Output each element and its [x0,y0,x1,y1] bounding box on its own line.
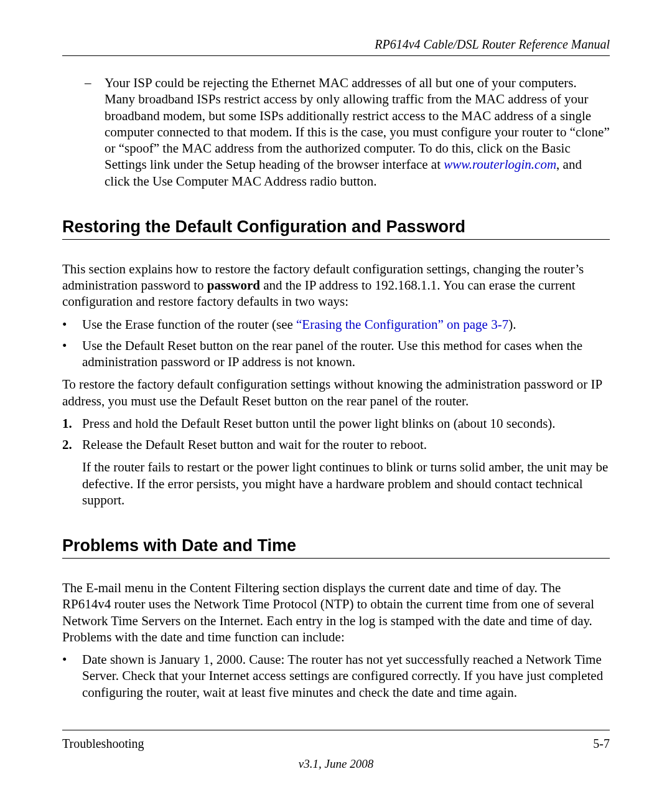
step-item: 1. Press and hold the Default Reset butt… [62,415,610,432]
step-number: 1. [62,415,82,432]
dash-list: – Your ISP could be rejecting the Ethern… [62,75,610,189]
numbered-steps: 1. Press and hold the Default Reset butt… [62,415,610,508]
header-rule [62,55,610,56]
section-rule [62,558,610,559]
list-item: • Use the Default Reset button on the re… [62,337,610,370]
bullet-list: • Date shown is January 1, 2000. Cause: … [62,651,610,701]
footer-version: v3.1, June 2008 [62,757,610,771]
section-heading-restoring: Restoring the Default Configuration and … [62,217,610,237]
erase-config-crossref-link[interactable]: “Erasing the Configuration” on page 3-7 [296,317,508,332]
step-text: Release the Default Reset button and wai… [82,437,610,508]
list-item: • Date shown is January 1, 2000. Cause: … [62,651,610,701]
dash-marker: – [85,75,105,189]
step-text: Press and hold the Default Reset button … [82,415,610,432]
bullet-marker: • [62,316,82,333]
section-rule [62,239,610,240]
step-number: 2. [62,437,82,508]
text-segment: Release the Default Reset button and wai… [82,437,427,452]
routerlogin-link[interactable]: www.routerlogin.com [444,157,556,172]
list-item-text: Date shown is January 1, 2000. Cause: Th… [82,651,610,701]
paragraph: To restore the factory default configura… [62,376,610,409]
section-heading-datetime: Problems with Date and Time [62,536,610,555]
bullet-list: • Use the Erase function of the router (… [62,316,610,370]
page-number: 5-7 [593,737,610,751]
footer-section-name: Troubleshooting [62,737,144,751]
text-segment: ). [508,317,516,332]
footer-row: Troubleshooting 5-7 [62,737,610,751]
footer-rule [62,730,610,730]
bullet-marker: • [62,651,82,701]
bullet-marker: • [62,337,82,370]
list-item-text: Your ISP could be rejecting the Ethernet… [105,75,610,189]
list-item-text: Use the Erase function of the router (se… [82,316,610,333]
step-item: 2. Release the Default Reset button and … [62,437,610,508]
paragraph: The E-mail menu in the Content Filtering… [62,580,610,645]
list-item-text: Use the Default Reset button on the rear… [82,337,610,370]
paragraph: This section explains how to restore the… [62,261,610,310]
page: RP614v4 Cable/DSL Router Reference Manua… [0,0,672,807]
text-segment: Use the Erase function of the router (se… [82,317,296,332]
list-item: – Your ISP could be rejecting the Ethern… [85,75,610,189]
step-extra-text: If the router fails to restart or the po… [82,459,610,508]
page-footer: Troubleshooting 5-7 [62,730,610,751]
list-item: • Use the Erase function of the router (… [62,316,610,333]
running-header: RP614v4 Cable/DSL Router Reference Manua… [62,37,610,52]
bold-text: password [207,278,260,293]
